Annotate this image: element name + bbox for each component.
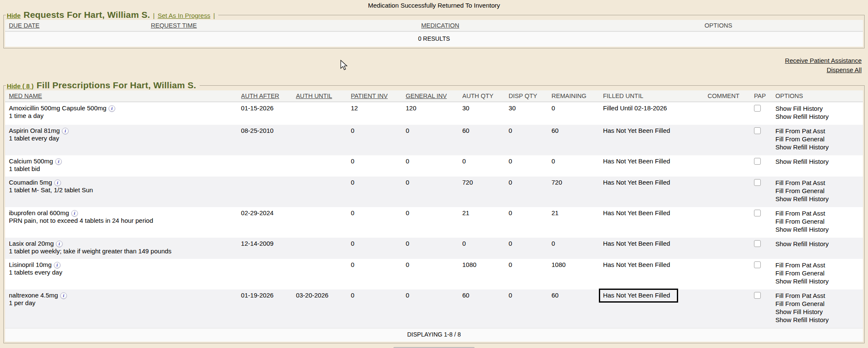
option-link[interactable]: Fill From General (775, 300, 861, 308)
option-link[interactable]: Show Refill History (775, 316, 861, 324)
action-links: Receive Patient Assistance Dispense All (0, 48, 868, 73)
pap-checkbox[interactable] (754, 127, 761, 134)
requests-column-header[interactable]: MEDICATION (421, 20, 576, 31)
info-icon[interactable]: i (108, 105, 115, 112)
info-icon[interactable]: i (54, 262, 61, 269)
requests-column-header: OPTIONS (576, 20, 863, 31)
auth-until-cell (296, 155, 351, 177)
option-link[interactable]: Fill From General (775, 269, 861, 277)
fill-column-header: AUTH QTY (462, 90, 509, 102)
general-inv-cell: 0 (406, 125, 462, 155)
option-link[interactable]: Fill From General (775, 135, 861, 143)
option-link[interactable]: Show Fill History (775, 308, 861, 316)
pap-checkbox[interactable] (754, 240, 761, 247)
options-cell: Show Refill History (775, 238, 863, 259)
option-link[interactable]: Show Refill History (775, 195, 861, 203)
med-name-cell: Lasix oral 20mgi1 tablet po weekly; take… (5, 238, 241, 259)
fill-column-header: PAP (754, 90, 776, 102)
patient-inv-cell: 12 (351, 102, 406, 125)
auth-until-cell (296, 177, 351, 207)
fill-column-label: AUTH AFTER (241, 93, 279, 99)
requests-column-header[interactable]: REQUEST TIME (151, 20, 421, 31)
dispense-all-link[interactable]: Dispense All (826, 66, 862, 73)
info-icon[interactable]: i (60, 292, 67, 299)
info-icon[interactable]: i (55, 158, 62, 165)
auth-after-cell: 12-14-2009 (241, 238, 296, 259)
fill-column-label: COMMENT (708, 93, 740, 99)
fill-table-header-row: MED NAMEAUTH AFTERAUTH UNTILPATIENT INVG… (5, 90, 863, 102)
info-icon[interactable]: i (54, 180, 61, 186)
option-link[interactable]: Fill From Pat Asst (775, 127, 861, 135)
receive-patient-assistance-link[interactable]: Receive Patient Assistance (785, 57, 862, 64)
option-link[interactable]: Fill From General (775, 217, 861, 225)
auth-after-cell (241, 155, 296, 177)
prescription-row: ibuprofen oral 600mgiPRN pain, not to ex… (5, 207, 863, 238)
pap-checkbox[interactable] (754, 179, 761, 186)
option-link[interactable]: Show Refill History (775, 157, 861, 166)
option-link[interactable]: Show Refill History (775, 143, 861, 151)
option-link[interactable]: Show Refill History (775, 225, 861, 233)
requests-column-label: REQUEST TIME (151, 22, 197, 29)
fill-column-header[interactable]: AUTH UNTIL (296, 90, 351, 102)
patient-inv-cell: 0 (351, 238, 406, 259)
fill-section-title: Fill Prescriptions For Hart, William S. (36, 80, 196, 90)
option-link[interactable]: Fill From Pat Asst (775, 179, 861, 187)
requests-table-header-row: DUE DATEREQUEST TIMEMEDICATIONOPTIONS (5, 20, 863, 31)
results-count: 0 RESULTS (5, 31, 863, 47)
med-name: Calcium 500mgi (9, 157, 239, 165)
remaining-cell: 0 (551, 238, 603, 259)
fill-column-header[interactable]: AUTH AFTER (241, 90, 296, 102)
auth-qty-cell: 1080 (462, 259, 509, 289)
requests-column-label: OPTIONS (704, 22, 732, 29)
med-name: ibuprofen oral 600mgi (9, 209, 239, 217)
med-name-cell: Aspirin Oral 81mgi1 tablet every day (5, 125, 241, 155)
fill-column-header[interactable]: GENERAL INV (406, 90, 462, 102)
pap-checkbox[interactable] (754, 105, 761, 112)
pap-checkbox[interactable] (754, 158, 761, 165)
auth-until-cell (296, 125, 351, 155)
set-as-in-progress-link[interactable]: Set As In Progress (158, 12, 210, 19)
option-link[interactable]: Fill From Pat Asst (775, 292, 861, 300)
info-icon[interactable]: i (56, 241, 63, 247)
prescription-row: Lisinopril 10mgi1 tablets every day00108… (5, 259, 863, 289)
auth-after-cell: 08-25-2010 (241, 125, 296, 155)
auth-after-cell (241, 259, 296, 289)
pap-cell (754, 207, 776, 238)
disp-qty-cell: 0 (509, 289, 551, 328)
status-message: Medication Successfully Returned To Inve… (0, 0, 868, 9)
requests-column-header[interactable]: DUE DATE (5, 20, 151, 31)
fill-hide-link[interactable]: Hide ( 8 ) (7, 82, 33, 90)
option-link[interactable]: Fill From Pat Asst (775, 209, 861, 217)
general-inv-cell: 0 (406, 259, 462, 289)
requests-hide-link[interactable]: Hide (7, 12, 21, 19)
options-cell: Show Fill HistoryShow Refill History (775, 102, 863, 125)
general-inv-cell: 0 (406, 155, 462, 177)
fill-column-header[interactable]: MED NAME (5, 90, 241, 102)
auth-until-cell (296, 102, 351, 125)
option-link[interactable]: Show Fill History (775, 104, 861, 112)
info-icon[interactable]: i (71, 210, 78, 217)
remaining-cell: 60 (551, 125, 603, 155)
filled-until-cell: Has Not Yet Been Filled (603, 125, 708, 155)
option-link[interactable]: Fill From General (775, 187, 861, 195)
filled-until-highlight-box: Has Not Yet Been Filled (599, 289, 678, 303)
sig-line: 1 time a day (9, 112, 239, 119)
remaining-cell: 0 (551, 155, 603, 177)
remaining-cell: 21 (551, 207, 603, 238)
general-inv-cell: 0 (406, 207, 462, 238)
comment-cell (708, 259, 754, 289)
pap-checkbox[interactable] (754, 210, 761, 216)
prescription-row: Calcium 500mgi1 tablet bid00000Has Not Y… (5, 155, 863, 177)
general-inv-cell: 0 (406, 238, 462, 259)
option-link[interactable]: Show Refill History (775, 277, 861, 285)
filled-until-cell: Has Not Yet Been Filled (603, 155, 708, 177)
option-link[interactable]: Show Refill History (775, 112, 861, 121)
option-link[interactable]: Fill From Pat Asst (775, 261, 861, 269)
option-link[interactable]: Show Refill History (775, 240, 861, 248)
info-icon[interactable]: i (62, 128, 69, 135)
disp-qty-cell: 30 (509, 102, 551, 125)
pap-checkbox[interactable] (754, 292, 761, 299)
fill-column-header[interactable]: PATIENT INV (351, 90, 406, 102)
pap-checkbox[interactable] (754, 261, 761, 268)
auth-qty-cell: 720 (462, 177, 509, 207)
